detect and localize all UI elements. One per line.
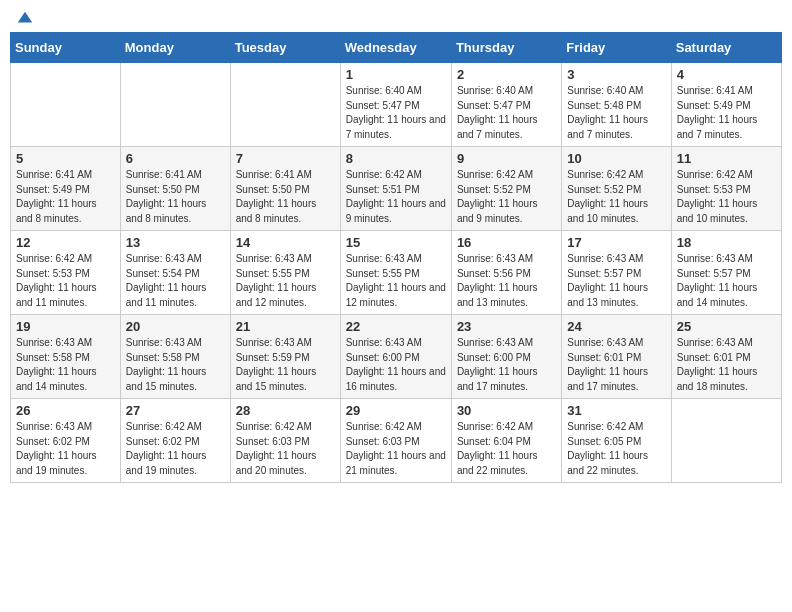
day-number: 23 — [457, 319, 556, 334]
day-of-week-header: Wednesday — [340, 33, 451, 63]
day-info: Sunrise: 6:43 AMSunset: 5:57 PMDaylight:… — [567, 252, 665, 310]
day-number: 31 — [567, 403, 665, 418]
day-info: Sunrise: 6:40 AMSunset: 5:47 PMDaylight:… — [346, 84, 446, 142]
day-number: 30 — [457, 403, 556, 418]
logo-icon — [16, 10, 34, 28]
day-info: Sunrise: 6:42 AMSunset: 5:53 PMDaylight:… — [677, 168, 776, 226]
calendar-week-row: 19Sunrise: 6:43 AMSunset: 5:58 PMDayligh… — [11, 315, 782, 399]
calendar-cell: 22Sunrise: 6:43 AMSunset: 6:00 PMDayligh… — [340, 315, 451, 399]
day-info: Sunrise: 6:41 AMSunset: 5:50 PMDaylight:… — [126, 168, 225, 226]
calendar-cell: 24Sunrise: 6:43 AMSunset: 6:01 PMDayligh… — [562, 315, 671, 399]
day-info: Sunrise: 6:42 AMSunset: 6:03 PMDaylight:… — [236, 420, 335, 478]
calendar-cell: 16Sunrise: 6:43 AMSunset: 5:56 PMDayligh… — [451, 231, 561, 315]
calendar-cell: 12Sunrise: 6:42 AMSunset: 5:53 PMDayligh… — [11, 231, 121, 315]
day-info: Sunrise: 6:42 AMSunset: 6:04 PMDaylight:… — [457, 420, 556, 478]
day-number: 29 — [346, 403, 446, 418]
day-number: 26 — [16, 403, 115, 418]
day-info: Sunrise: 6:41 AMSunset: 5:50 PMDaylight:… — [236, 168, 335, 226]
day-number: 17 — [567, 235, 665, 250]
day-info: Sunrise: 6:43 AMSunset: 6:01 PMDaylight:… — [567, 336, 665, 394]
day-number: 20 — [126, 319, 225, 334]
day-info: Sunrise: 6:40 AMSunset: 5:47 PMDaylight:… — [457, 84, 556, 142]
calendar-cell: 20Sunrise: 6:43 AMSunset: 5:58 PMDayligh… — [120, 315, 230, 399]
day-number: 9 — [457, 151, 556, 166]
day-number: 19 — [16, 319, 115, 334]
calendar-cell: 11Sunrise: 6:42 AMSunset: 5:53 PMDayligh… — [671, 147, 781, 231]
calendar-cell: 6Sunrise: 6:41 AMSunset: 5:50 PMDaylight… — [120, 147, 230, 231]
calendar-cell: 5Sunrise: 6:41 AMSunset: 5:49 PMDaylight… — [11, 147, 121, 231]
day-number: 10 — [567, 151, 665, 166]
logo — [14, 10, 34, 24]
day-number: 13 — [126, 235, 225, 250]
day-number: 2 — [457, 67, 556, 82]
day-info: Sunrise: 6:43 AMSunset: 6:00 PMDaylight:… — [457, 336, 556, 394]
day-of-week-header: Tuesday — [230, 33, 340, 63]
day-info: Sunrise: 6:43 AMSunset: 5:59 PMDaylight:… — [236, 336, 335, 394]
calendar-cell: 31Sunrise: 6:42 AMSunset: 6:05 PMDayligh… — [562, 399, 671, 483]
day-info: Sunrise: 6:42 AMSunset: 6:05 PMDaylight:… — [567, 420, 665, 478]
calendar-week-row: 5Sunrise: 6:41 AMSunset: 5:49 PMDaylight… — [11, 147, 782, 231]
day-info: Sunrise: 6:40 AMSunset: 5:48 PMDaylight:… — [567, 84, 665, 142]
calendar-cell: 27Sunrise: 6:42 AMSunset: 6:02 PMDayligh… — [120, 399, 230, 483]
calendar-table: SundayMondayTuesdayWednesdayThursdayFrid… — [10, 32, 782, 483]
calendar-cell: 30Sunrise: 6:42 AMSunset: 6:04 PMDayligh… — [451, 399, 561, 483]
day-info: Sunrise: 6:41 AMSunset: 5:49 PMDaylight:… — [677, 84, 776, 142]
calendar-header-row: SundayMondayTuesdayWednesdayThursdayFrid… — [11, 33, 782, 63]
day-number: 1 — [346, 67, 446, 82]
calendar-cell: 17Sunrise: 6:43 AMSunset: 5:57 PMDayligh… — [562, 231, 671, 315]
day-info: Sunrise: 6:43 AMSunset: 5:58 PMDaylight:… — [126, 336, 225, 394]
calendar-cell: 9Sunrise: 6:42 AMSunset: 5:52 PMDaylight… — [451, 147, 561, 231]
day-info: Sunrise: 6:43 AMSunset: 5:56 PMDaylight:… — [457, 252, 556, 310]
calendar-cell: 7Sunrise: 6:41 AMSunset: 5:50 PMDaylight… — [230, 147, 340, 231]
calendar-cell: 18Sunrise: 6:43 AMSunset: 5:57 PMDayligh… — [671, 231, 781, 315]
day-of-week-header: Monday — [120, 33, 230, 63]
calendar-cell: 25Sunrise: 6:43 AMSunset: 6:01 PMDayligh… — [671, 315, 781, 399]
calendar-cell: 3Sunrise: 6:40 AMSunset: 5:48 PMDaylight… — [562, 63, 671, 147]
day-number: 11 — [677, 151, 776, 166]
day-number: 18 — [677, 235, 776, 250]
day-number: 22 — [346, 319, 446, 334]
day-number: 7 — [236, 151, 335, 166]
day-number: 14 — [236, 235, 335, 250]
day-number: 8 — [346, 151, 446, 166]
calendar-cell: 13Sunrise: 6:43 AMSunset: 5:54 PMDayligh… — [120, 231, 230, 315]
day-number: 16 — [457, 235, 556, 250]
day-info: Sunrise: 6:43 AMSunset: 5:58 PMDaylight:… — [16, 336, 115, 394]
day-info: Sunrise: 6:43 AMSunset: 5:55 PMDaylight:… — [346, 252, 446, 310]
day-info: Sunrise: 6:42 AMSunset: 5:51 PMDaylight:… — [346, 168, 446, 226]
day-of-week-header: Thursday — [451, 33, 561, 63]
day-number: 25 — [677, 319, 776, 334]
day-number: 24 — [567, 319, 665, 334]
calendar-cell — [120, 63, 230, 147]
day-number: 27 — [126, 403, 225, 418]
calendar-cell: 4Sunrise: 6:41 AMSunset: 5:49 PMDaylight… — [671, 63, 781, 147]
page-header — [10, 10, 782, 24]
day-number: 4 — [677, 67, 776, 82]
calendar-cell: 28Sunrise: 6:42 AMSunset: 6:03 PMDayligh… — [230, 399, 340, 483]
day-info: Sunrise: 6:43 AMSunset: 5:55 PMDaylight:… — [236, 252, 335, 310]
day-number: 5 — [16, 151, 115, 166]
calendar-cell: 26Sunrise: 6:43 AMSunset: 6:02 PMDayligh… — [11, 399, 121, 483]
calendar-week-row: 12Sunrise: 6:42 AMSunset: 5:53 PMDayligh… — [11, 231, 782, 315]
day-info: Sunrise: 6:42 AMSunset: 6:03 PMDaylight:… — [346, 420, 446, 478]
calendar-week-row: 26Sunrise: 6:43 AMSunset: 6:02 PMDayligh… — [11, 399, 782, 483]
day-of-week-header: Friday — [562, 33, 671, 63]
day-number: 3 — [567, 67, 665, 82]
day-info: Sunrise: 6:42 AMSunset: 5:52 PMDaylight:… — [567, 168, 665, 226]
day-info: Sunrise: 6:42 AMSunset: 6:02 PMDaylight:… — [126, 420, 225, 478]
calendar-cell: 14Sunrise: 6:43 AMSunset: 5:55 PMDayligh… — [230, 231, 340, 315]
day-info: Sunrise: 6:41 AMSunset: 5:49 PMDaylight:… — [16, 168, 115, 226]
calendar-cell: 21Sunrise: 6:43 AMSunset: 5:59 PMDayligh… — [230, 315, 340, 399]
day-info: Sunrise: 6:43 AMSunset: 6:01 PMDaylight:… — [677, 336, 776, 394]
day-number: 12 — [16, 235, 115, 250]
calendar-cell: 29Sunrise: 6:42 AMSunset: 6:03 PMDayligh… — [340, 399, 451, 483]
day-info: Sunrise: 6:43 AMSunset: 6:00 PMDaylight:… — [346, 336, 446, 394]
day-number: 15 — [346, 235, 446, 250]
calendar-cell — [230, 63, 340, 147]
svg-marker-0 — [18, 12, 32, 23]
calendar-cell — [11, 63, 121, 147]
day-info: Sunrise: 6:42 AMSunset: 5:53 PMDaylight:… — [16, 252, 115, 310]
day-number: 21 — [236, 319, 335, 334]
calendar-cell: 19Sunrise: 6:43 AMSunset: 5:58 PMDayligh… — [11, 315, 121, 399]
day-number: 28 — [236, 403, 335, 418]
